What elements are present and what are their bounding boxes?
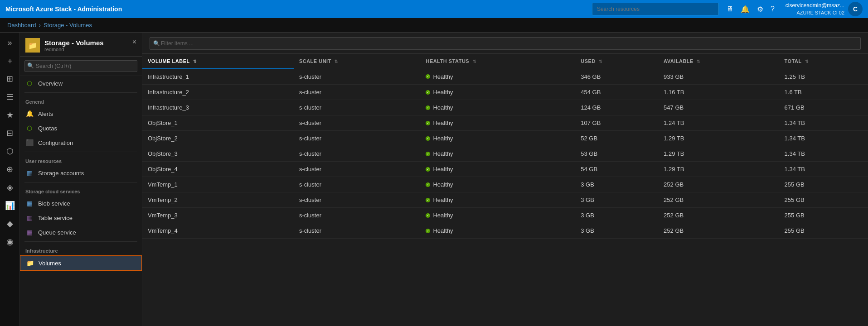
- cell-available: 252 GB: [658, 177, 779, 192]
- sidebar-icon-all-services[interactable]: ☰: [2, 89, 18, 105]
- sidebar-item-overview[interactable]: ⬡ Overview: [20, 76, 142, 91]
- table-row[interactable]: VmTemp_4 s-cluster Healthy 3 GB 252 GB 2…: [142, 223, 868, 239]
- avatar[interactable]: C: [848, 2, 863, 16]
- cell-total: 255 GB: [779, 208, 868, 223]
- sort-arrow-total: ⇅: [805, 59, 809, 64]
- table-row[interactable]: ObjStore_2 s-cluster Healthy 52 GB 1.29 …: [142, 131, 868, 146]
- cell-volume-label: ObjStore_4: [142, 162, 294, 177]
- table-row[interactable]: ObjStore_3 s-cluster Healthy 53 GB 1.29 …: [142, 146, 868, 162]
- table-wrap: VOLUME LABEL ⇅ SCALE UNIT ⇅ HEALTH STATU…: [142, 54, 868, 326]
- left-nav: 📁 Storage - Volumes redmond × 🔍 ⬡ Overvi…: [20, 33, 142, 326]
- user-menu[interactable]: ciserviceadmin@msaz... AZURE STACK CI 02…: [786, 2, 863, 16]
- queue-service-icon: ▦: [25, 228, 34, 236]
- volumes-icon: 📁: [26, 259, 34, 267]
- settings-icon[interactable]: ⚙: [757, 5, 763, 14]
- col-header-available[interactable]: AVAILABLE ⇅: [658, 54, 779, 69]
- sidebar-item-alerts[interactable]: 🔔 Alerts: [20, 106, 142, 121]
- sort-arrow-available: ⇅: [697, 59, 701, 64]
- breadcrumb: Dashboard › Storage - Volumes: [0, 18, 868, 33]
- cell-used: 53 GB: [575, 146, 658, 162]
- cell-available: 933 GB: [658, 69, 779, 85]
- close-button[interactable]: ×: [132, 38, 136, 46]
- cell-available: 252 GB: [658, 192, 779, 208]
- cell-volume-label: Infrastructure_2: [142, 85, 294, 100]
- col-header-total[interactable]: TOTAL ⇅: [779, 54, 868, 69]
- search-input[interactable]: [592, 3, 719, 15]
- health-dot: [426, 74, 430, 79]
- cell-available: 1.29 TB: [658, 131, 779, 146]
- cell-available: 1.16 TB: [658, 85, 779, 100]
- divider-general: [24, 92, 137, 93]
- nav-search-icon: 🔍: [27, 62, 34, 69]
- cell-available: 1.24 TB: [658, 115, 779, 131]
- nav-search-input[interactable]: [24, 60, 137, 72]
- section-label-cloud-services: Storage cloud services: [20, 184, 142, 196]
- table-row[interactable]: Infrastructure_2 s-cluster Healthy 454 G…: [142, 85, 868, 100]
- col-header-health-status[interactable]: HEALTH STATUS ⇅: [420, 54, 575, 69]
- health-dot: [426, 198, 430, 202]
- sidebar-item-label-volumes: Volumes: [39, 260, 61, 267]
- sidebar-icon-favorites[interactable]: ★: [2, 107, 18, 123]
- cell-total: 255 GB: [779, 177, 868, 192]
- main-layout: » ＋ ⊞ ☰ ★ ⊟ ⬡ ⊕ ◈ 📊 ◆ ◉ 📁 Storage - Volu…: [0, 33, 868, 326]
- table-row[interactable]: ObjStore_1 s-cluster Healthy 107 GB 1.24…: [142, 115, 868, 131]
- cell-total: 1.25 TB: [779, 69, 868, 85]
- sidebar-item-label-table-service: Table service: [38, 215, 73, 221]
- sidebar-icon-extensions[interactable]: ◆: [2, 216, 18, 232]
- cell-volume-label: Infrastructure_1: [142, 69, 294, 85]
- sidebar-item-queue-service[interactable]: ▦ Queue service: [20, 225, 142, 240]
- table-row[interactable]: Infrastructure_1 s-cluster Healthy 346 G…: [142, 69, 868, 85]
- table-row[interactable]: Infrastructure_3 s-cluster Healthy 124 G…: [142, 100, 868, 115]
- blob-service-icon: ▦: [25, 199, 34, 207]
- help-icon[interactable]: ?: [771, 5, 775, 13]
- table-row[interactable]: VmTemp_1 s-cluster Healthy 3 GB 252 GB 2…: [142, 177, 868, 192]
- user-info: ciserviceadmin@msaz... AZURE STACK CI 02: [786, 2, 844, 16]
- sidebar-item-blob-service[interactable]: ▦ Blob service: [20, 196, 142, 211]
- health-label: Healthy: [433, 197, 453, 203]
- cell-total: 1.34 TB: [779, 131, 868, 146]
- content-toolbar: 🔍: [142, 33, 868, 54]
- divider-cloud-services: [24, 182, 137, 182]
- health-label: Healthy: [433, 120, 453, 126]
- col-header-scale-unit[interactable]: SCALE UNIT ⇅: [294, 54, 421, 69]
- cell-scale-unit: s-cluster: [294, 115, 421, 131]
- sort-arrow-volume: ⇅: [193, 59, 197, 64]
- health-label: Healthy: [433, 150, 453, 157]
- section-label-general: General: [20, 95, 142, 106]
- sidebar-icon-marketplace[interactable]: ◈: [2, 179, 18, 196]
- sidebar-item-table-service[interactable]: ▦ Table service: [20, 211, 142, 225]
- sidebar-item-storage-accounts[interactable]: ▦ Storage accounts: [20, 166, 142, 180]
- health-dot: [426, 121, 430, 125]
- icon-sidebar: » ＋ ⊞ ☰ ★ ⊟ ⬡ ⊕ ◈ 📊 ◆ ◉: [0, 33, 20, 326]
- table-row[interactable]: VmTemp_2 s-cluster Healthy 3 GB 252 GB 2…: [142, 192, 868, 208]
- filter-input[interactable]: [150, 37, 861, 50]
- nav-search: 🔍: [20, 57, 142, 76]
- health-label: Healthy: [433, 227, 453, 234]
- col-header-used[interactable]: USED ⇅: [575, 54, 658, 69]
- cell-used: 124 GB: [575, 100, 658, 115]
- page-subtitle: redmond: [44, 47, 104, 52]
- cell-available: 547 GB: [658, 100, 779, 115]
- sidebar-icon-resource-groups[interactable]: ⬡: [2, 143, 18, 159]
- portal-icon[interactable]: 🖥: [726, 5, 733, 13]
- sidebar-icon-services[interactable]: ⊕: [2, 161, 18, 177]
- sidebar-icon-dashboard[interactable]: ⊞: [2, 71, 18, 87]
- sidebar-item-configuration[interactable]: ⬛ Configuration: [20, 135, 142, 150]
- health-label: Healthy: [433, 212, 453, 219]
- topbar: Microsoft Azure Stack - Administration 🖥…: [0, 0, 868, 18]
- sidebar-icon-recent[interactable]: ⊟: [2, 125, 18, 141]
- breadcrumb-dashboard[interactable]: Dashboard: [7, 22, 36, 29]
- sidebar-item-quotas[interactable]: ⬡ Quotas: [20, 121, 142, 135]
- col-header-volume-label[interactable]: VOLUME LABEL ⇅: [142, 54, 294, 69]
- health-label: Healthy: [433, 181, 453, 188]
- sidebar-icon-deployments[interactable]: ◉: [2, 234, 18, 250]
- table-row[interactable]: ObjStore_4 s-cluster Healthy 54 GB 1.29 …: [142, 162, 868, 177]
- cell-volume-label: VmTemp_4: [142, 223, 294, 239]
- bell-icon[interactable]: 🔔: [741, 5, 750, 14]
- cell-total: 1.34 TB: [779, 146, 868, 162]
- table-row[interactable]: VmTemp_3 s-cluster Healthy 3 GB 252 GB 2…: [142, 208, 868, 223]
- sidebar-icon-expand[interactable]: »: [2, 34, 18, 51]
- sidebar-icon-new[interactable]: ＋: [2, 53, 18, 69]
- sidebar-item-volumes[interactable]: 📁 Volumes: [20, 255, 142, 271]
- sidebar-icon-monitor[interactable]: 📊: [2, 197, 18, 214]
